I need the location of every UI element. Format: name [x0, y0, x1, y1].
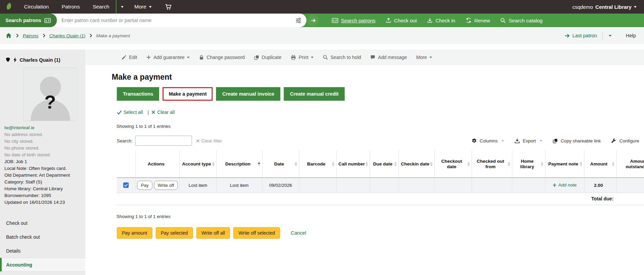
configure-button[interactable]: Configure — [611, 138, 639, 144]
tab-make-a-payment[interactable]: Make a payment — [163, 87, 213, 101]
cell-call-number — [336, 178, 370, 193]
column-checked-out-from[interactable]: Checked out from — [472, 151, 512, 178]
edit-button[interactable]: Edit — [121, 55, 137, 60]
sort-icons[interactable] — [365, 162, 368, 166]
sort-icons[interactable] — [612, 162, 615, 166]
add-note-link[interactable]: Add note — [553, 182, 577, 188]
link-check-out[interactable]: Check out — [386, 17, 417, 23]
chevron-down-icon — [311, 57, 314, 58]
total-due-value: 2.00 — [616, 193, 644, 205]
sidebar-item-details[interactable]: Details — [0, 244, 85, 258]
menu-search[interactable]: Search — [86, 0, 116, 14]
column-amount-outstanding[interactable]: Amount outstanding — [616, 151, 644, 178]
column-home-library[interactable]: Home library — [512, 151, 545, 178]
export-button[interactable]: Export — [514, 138, 542, 144]
link-search-catalog[interactable]: Search catalog — [500, 18, 542, 23]
breadcrumb-patrons[interactable]: Patrons — [23, 33, 39, 38]
link-check-in[interactable]: Check in — [427, 17, 455, 23]
copy-shareable-link-button[interactable]: Copy shareable link — [553, 138, 601, 144]
sort-icons[interactable] — [508, 162, 510, 166]
select-all-link[interactable]: Select all — [117, 110, 143, 115]
search-submit-button[interactable] — [307, 15, 319, 26]
sort-icons[interactable] — [258, 162, 260, 166]
koha-logo[interactable] — [0, 2, 18, 11]
menu-patrons[interactable]: Patrons — [55, 0, 86, 14]
column-date[interactable]: Date — [262, 151, 299, 178]
column-payment-note[interactable]: Payment note — [545, 151, 584, 178]
sort-icons[interactable] — [394, 162, 397, 166]
menu-circulation[interactable]: Circulation — [18, 0, 55, 14]
logged-in-user-menu[interactable]: csqdemo Central Library — [572, 4, 644, 10]
patron-search-input[interactable] — [57, 18, 294, 23]
more-button[interactable]: More — [416, 55, 432, 60]
column-call-number[interactable]: Call number — [336, 151, 370, 178]
breadcrumb-bar: Patrons Charles Quain (1) Make a payment… — [0, 27, 644, 44]
sidebar-item-batch-check-out[interactable]: Batch check out — [0, 230, 85, 244]
tab-create-manual-credit[interactable]: Create manual credit — [284, 87, 344, 101]
pay-amount-button[interactable]: Pay amount — [117, 227, 152, 239]
sort-icons[interactable] — [212, 162, 215, 166]
user-library: Central Library — [595, 4, 631, 10]
last-patron-dropdown-toggle[interactable] — [602, 32, 617, 39]
write-off-selected-button[interactable]: Write off selected — [233, 227, 280, 239]
column-amount[interactable]: Amount — [584, 151, 616, 178]
pay-selected-button[interactable]: Pay selected — [156, 227, 193, 239]
columns-button[interactable]: Columns — [471, 138, 504, 144]
column-account-type[interactable]: Account type — [179, 151, 216, 178]
column-barcode[interactable]: Barcode — [299, 151, 336, 178]
column-checkin-date[interactable]: Checkin date — [399, 151, 434, 178]
patron-header: Charles Quain (1) — [0, 50, 85, 65]
showing-entries-bottom: Showing 1 to 1 of 1 entries — [116, 214, 644, 219]
write-off-all-button[interactable]: Write off all — [196, 227, 230, 239]
cancel-link[interactable]: Cancel — [291, 230, 306, 236]
x-icon — [151, 110, 155, 114]
last-patron-button[interactable]: Last patron — [564, 33, 597, 38]
sort-icons[interactable] — [580, 162, 582, 166]
search-type-tab[interactable]: Search patrons — [0, 14, 57, 27]
link-search-patrons[interactable]: Search patrons — [332, 18, 375, 23]
clear-all-link[interactable]: Clear all — [151, 110, 174, 115]
table-search-input[interactable] — [135, 136, 192, 146]
print-button[interactable]: Print — [291, 55, 314, 60]
sort-icons[interactable] — [332, 162, 335, 166]
column-description[interactable]: Description — [216, 151, 262, 178]
patron-email-link[interactable]: lw@interleaf.ie — [4, 124, 82, 131]
sort-icons[interactable] — [295, 162, 297, 166]
cart-button[interactable] — [158, 0, 178, 14]
sort-icons[interactable] — [430, 162, 433, 166]
change-password-button[interactable]: Change password — [199, 55, 245, 60]
duplicate-button[interactable]: Duplicate — [254, 55, 281, 60]
search-input-container: Search patrons — [0, 14, 306, 27]
sort-icons[interactable] — [467, 162, 470, 166]
chevron-down-icon — [187, 57, 190, 58]
search-dropdown-toggle[interactable] — [116, 0, 128, 14]
breadcrumb-patron-name[interactable]: Charles Quain (1) — [49, 33, 86, 38]
link-renew[interactable]: Renew — [466, 17, 490, 23]
add-message-button[interactable]: Add message — [370, 55, 407, 60]
clear-filter-link[interactable]: Clear filter — [196, 138, 222, 143]
table-row: Pay Write off Lost item Lost item 09/02/… — [117, 178, 644, 193]
column-due-date[interactable]: Due date — [370, 151, 399, 178]
column-actions: Actions — [135, 151, 179, 178]
add-guarantee-button[interactable]: Add guarantee — [146, 55, 190, 60]
pay-row-button[interactable]: Pay — [137, 181, 152, 190]
tab-create-manual-invoice[interactable]: Create manual invoice — [216, 87, 280, 101]
check-icon — [117, 110, 122, 115]
home-icon[interactable] — [5, 33, 12, 39]
menu-more[interactable]: More — [128, 0, 158, 14]
column-checkout-date[interactable]: Checkout date — [434, 151, 472, 178]
row-checkbox[interactable] — [123, 182, 129, 188]
search-filters-button[interactable] — [294, 17, 306, 24]
payments-table: Actions Account type Description Date Ba… — [117, 151, 644, 205]
search-to-hold-button[interactable]: Search to hold — [323, 55, 361, 60]
cart-icon — [165, 3, 172, 10]
help-link[interactable]: Help — [626, 33, 636, 38]
total-due-label: Total due: — [117, 193, 616, 205]
write-off-row-button[interactable]: Write off — [154, 181, 178, 190]
sort-icons[interactable] — [541, 162, 543, 166]
tab-transactions[interactable]: Transactions — [117, 87, 159, 101]
sidebar-item-accounting[interactable]: Accounting — [0, 258, 85, 272]
sidebar-item-check-out[interactable]: Check out — [0, 216, 85, 230]
patron-name: Charles Quain (1) — [20, 57, 60, 63]
accounting-tabs: Transactions Make a payment Create manua… — [117, 87, 644, 101]
